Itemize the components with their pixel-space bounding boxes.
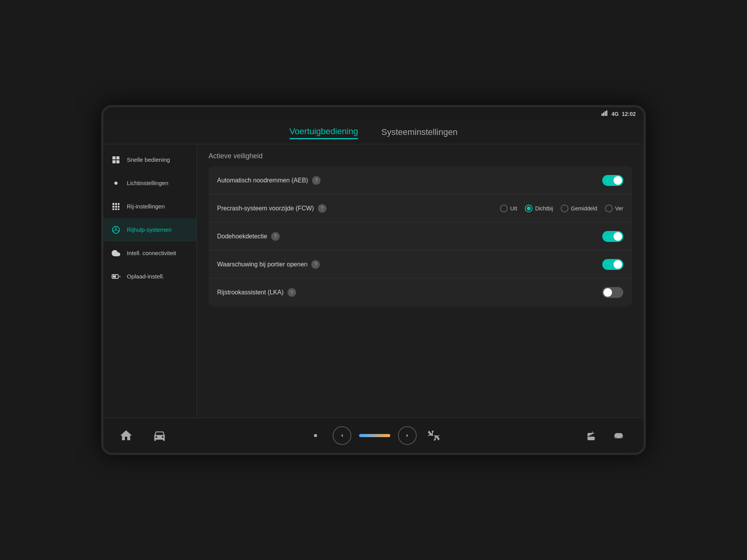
svg-rect-9	[115, 206, 117, 208]
sidebar: Snelle bediening Lichtinstellingen Rij-i…	[103, 144, 197, 418]
sidebar-item-rij[interactable]: Rij-instellingen	[103, 195, 196, 218]
dodehoek-toggle[interactable]	[602, 231, 623, 242]
light-icon	[110, 178, 121, 189]
svg-rect-11	[112, 208, 114, 210]
svg-rect-6	[115, 203, 117, 205]
status-bar: 4G 12:02	[103, 107, 644, 120]
tab-navigation: Voertuigbediening Systeeminstellingen	[103, 120, 644, 144]
battery-icon	[110, 271, 121, 282]
screen-content: 4G 12:02 Voertuigbediening Systeeminstel…	[103, 107, 644, 453]
lka-label: Rijstrookassistent (LKA)	[217, 289, 284, 296]
svg-rect-8	[112, 206, 114, 208]
next-temp-button[interactable]	[398, 426, 417, 445]
lka-toggle[interactable]	[602, 287, 623, 298]
temp-bar	[359, 434, 390, 437]
fcw-option-dichtbij[interactable]: Dichtbij	[525, 205, 553, 212]
dodehoek-label: Dodehoekdetectie	[217, 233, 267, 240]
temp-display	[359, 434, 390, 437]
section-title: Actieve veiligheid	[209, 152, 632, 160]
nav-home[interactable]	[119, 429, 133, 443]
fcw-radio-dichtbij	[525, 205, 533, 212]
sidebar-item-licht[interactable]: Lichtinstellingen	[103, 172, 196, 195]
aeb-toggle[interactable]	[602, 175, 623, 186]
fcw-label: Precrash-systeem voorzijde (FCW)	[217, 205, 314, 212]
svg-point-4	[114, 182, 117, 185]
sidebar-item-snelle[interactable]: Snelle bediening	[103, 148, 196, 172]
fcw-option-ver[interactable]: Ver	[605, 205, 623, 212]
climate-controls	[306, 426, 443, 445]
settings-list: Automatisch noodremmen (AEB) ? Precrash-…	[209, 166, 632, 306]
network-badge: 4G	[612, 111, 619, 117]
setting-fcw: Precrash-systeem voorzijde (FCW) ? UIt D…	[209, 194, 632, 222]
svg-rect-19	[587, 436, 595, 440]
sidebar-item-rijhulp[interactable]: Rijhulp-systemen	[103, 218, 196, 242]
bottom-nav	[119, 429, 167, 443]
svg-rect-1	[603, 112, 604, 116]
nav-car[interactable]	[153, 429, 167, 443]
dashboard-icon	[110, 154, 121, 165]
lka-help-button[interactable]: ?	[288, 288, 296, 297]
fan-icon[interactable]	[424, 426, 443, 445]
svg-rect-0	[601, 114, 603, 116]
aeb-label: Automatisch noodremmen (AEB)	[217, 177, 308, 184]
main-layout: Snelle bediening Lichtinstellingen Rij-i…	[103, 144, 644, 418]
fcw-help-button[interactable]: ?	[318, 204, 326, 213]
cloud-icon	[110, 248, 121, 259]
seat-heat-icon[interactable]	[583, 426, 601, 445]
svg-rect-10	[118, 206, 119, 208]
svg-rect-12	[115, 208, 117, 210]
fcw-radio-group: UIt Dichtbij Gemiddeld	[500, 205, 623, 212]
screen-bezel: 4G 12:02 Voertuigbediening Systeeminstel…	[101, 105, 646, 455]
tab-voertuig[interactable]: Voertuigbediening	[289, 125, 358, 139]
time-display: 12:02	[622, 111, 636, 117]
aeb-help-button[interactable]: ?	[312, 176, 321, 185]
svg-point-18	[314, 434, 317, 437]
dodehoek-help-button[interactable]: ?	[271, 232, 280, 241]
steering-icon	[110, 224, 121, 235]
prev-temp-button[interactable]	[333, 426, 351, 445]
svg-point-20	[615, 437, 617, 438]
right-controls	[583, 426, 628, 445]
setting-dodehoek: Dodehoekdetectie ?	[209, 222, 632, 250]
tab-systeem[interactable]: Systeeminstellingen	[381, 126, 458, 139]
setting-portier: Waarschuwing bij portier openen ?	[209, 250, 632, 278]
svg-point-15	[115, 229, 117, 231]
portier-label: Waarschuwing bij portier openen	[217, 261, 307, 268]
fcw-radio-ver	[605, 205, 613, 212]
content-area: Actieve veiligheid Automatisch noodremme…	[197, 144, 644, 418]
portier-toggle[interactable]	[602, 259, 623, 270]
svg-rect-13	[118, 208, 119, 210]
svg-point-21	[621, 437, 622, 438]
sidebar-item-oplaad[interactable]: Oplaad-instell.	[103, 265, 196, 288]
svg-rect-5	[112, 203, 114, 205]
portier-help-button[interactable]: ?	[311, 260, 320, 269]
svg-rect-3	[606, 110, 607, 116]
svg-rect-7	[118, 203, 119, 205]
svg-rect-17	[113, 275, 116, 278]
fcw-radio-gemiddeld	[561, 205, 568, 212]
signal-icon	[601, 110, 608, 117]
sidebar-item-intell[interactable]: Intell. connectiviteit	[103, 242, 196, 265]
defrost-icon[interactable]	[306, 426, 325, 445]
svg-rect-2	[605, 111, 606, 116]
grid-icon	[110, 201, 121, 212]
bottom-bar	[103, 418, 644, 453]
setting-lka: Rijstrookassistent (LKA) ?	[209, 278, 632, 306]
car-rear-icon[interactable]	[609, 426, 628, 445]
fcw-option-gemiddeld[interactable]: Gemiddeld	[561, 205, 597, 212]
fcw-radio-uit	[500, 205, 508, 212]
setting-aeb: Automatisch noodremmen (AEB) ?	[209, 166, 632, 194]
fcw-option-uit[interactable]: UIt	[500, 205, 517, 212]
